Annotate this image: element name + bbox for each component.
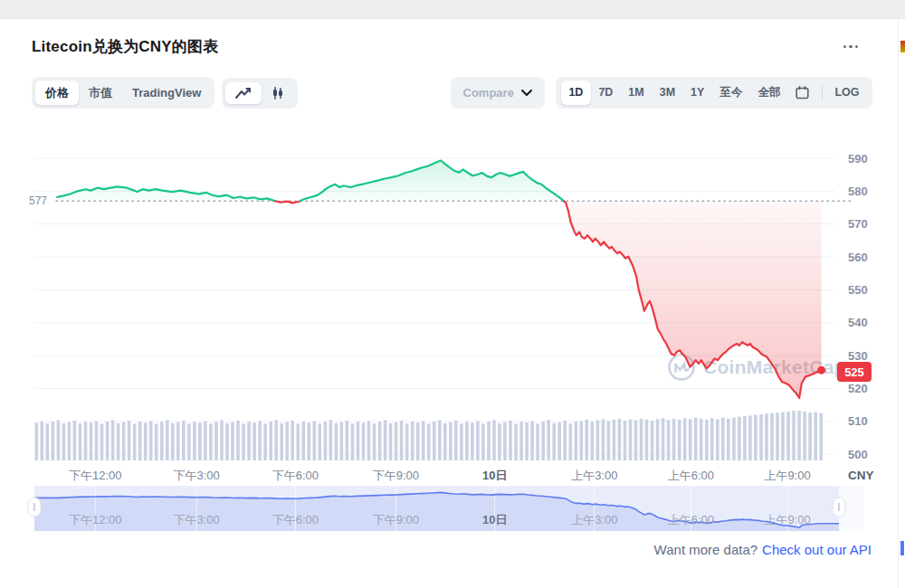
- navigator-area: [34, 492, 839, 531]
- calendar-button[interactable]: [788, 81, 817, 105]
- volume-bar: [519, 422, 523, 460]
- dot-icon: [855, 45, 859, 49]
- tab-tradingview[interactable]: TradingView: [122, 81, 211, 105]
- volume-bar: [433, 422, 436, 460]
- volume-bar: [351, 423, 355, 460]
- volume-bar: [291, 421, 294, 460]
- volume-bar: [62, 423, 66, 460]
- volume-bar: [629, 419, 633, 460]
- volume-bar: [106, 422, 110, 460]
- range-ytd[interactable]: 至今: [712, 81, 750, 105]
- volume-bar: [405, 423, 409, 460]
- volume-bar: [95, 422, 99, 461]
- volume-bar: [362, 422, 366, 460]
- log-scale-button[interactable]: LOG: [827, 81, 867, 105]
- volume-bar: [395, 422, 398, 460]
- volume-bar: [252, 422, 256, 460]
- volume-bar: [357, 422, 360, 460]
- line-chart-type-button[interactable]: [225, 82, 262, 104]
- volume-bar: [781, 413, 785, 460]
- y-tick-label: 520: [848, 382, 868, 395]
- navigator-right-handle[interactable]: [833, 498, 845, 517]
- volume-bar: [100, 423, 104, 460]
- volume-bar: [193, 422, 196, 460]
- volume-bar: [754, 414, 757, 460]
- range-3m[interactable]: 3M: [652, 81, 682, 105]
- x-tick-label: 下午9:00: [373, 469, 419, 482]
- volume-bar: [678, 420, 681, 460]
- volume-bar: [667, 420, 671, 460]
- range-selector: 1D 7D 1M 3M 1Y 至今 全部 LOG: [556, 77, 872, 109]
- candlestick-chart-type-button[interactable]: [262, 81, 294, 105]
- volume-bar: [117, 423, 120, 460]
- volume-bar: [716, 419, 719, 460]
- range-7d[interactable]: 7D: [591, 81, 621, 105]
- volume-bar: [389, 423, 393, 460]
- tab-price[interactable]: 价格: [35, 81, 79, 105]
- volume-bar: [487, 422, 491, 460]
- volume-bar: [57, 420, 61, 460]
- volume-bar: [759, 414, 763, 460]
- volume-bar: [155, 423, 158, 460]
- edge-fragment: [900, 41, 905, 52]
- range-1y[interactable]: 1Y: [683, 81, 712, 105]
- tab-market-cap[interactable]: 市值: [79, 81, 122, 105]
- volume-bar: [748, 416, 752, 461]
- volume-bar: [738, 417, 741, 460]
- volume-bar: [416, 422, 420, 460]
- area-fill-down: [275, 201, 300, 203]
- line-chart-icon: [234, 87, 252, 100]
- volume-bar: [269, 422, 272, 460]
- volume-bar: [79, 423, 82, 460]
- baseline-price-label: 577: [29, 194, 47, 207]
- volume-bar: [586, 420, 589, 460]
- volume-bar: [438, 420, 442, 460]
- api-link[interactable]: Check out our API: [762, 542, 872, 557]
- more-options-button[interactable]: [838, 40, 864, 54]
- volume-bar: [302, 422, 306, 460]
- volume-bar: [797, 411, 801, 460]
- volume-bar: [280, 423, 283, 460]
- volume-bar: [138, 422, 142, 460]
- volume-bar: [263, 423, 267, 460]
- volume-bar: [319, 423, 322, 460]
- volume-bar: [378, 422, 382, 460]
- volume-bar: [411, 422, 414, 460]
- volume-bars: [35, 411, 824, 460]
- volume-bar: [111, 420, 115, 460]
- volume-bar: [547, 420, 550, 460]
- volume-bar: [247, 422, 251, 460]
- volume-bar: [552, 423, 556, 460]
- navigator-line: [34, 492, 839, 527]
- volume-bar: [498, 423, 501, 460]
- y-tick-label: 530: [848, 349, 868, 363]
- navigator-track[interactable]: [34, 486, 864, 531]
- navigator-left-handle[interactable]: [28, 498, 41, 517]
- volume-bar: [803, 412, 806, 460]
- volume-bar: [525, 422, 529, 460]
- range-all[interactable]: 全部: [750, 81, 788, 105]
- range-1d[interactable]: 1D: [561, 81, 591, 105]
- range-1m[interactable]: 1M: [621, 81, 652, 105]
- metric-tabs: 价格 市值 TradingView: [32, 77, 214, 109]
- volume-bar: [443, 423, 447, 460]
- volume-bar: [634, 420, 638, 460]
- volume-bar: [340, 422, 344, 460]
- navigator-tick-label: 上午3:00: [571, 513, 617, 526]
- volume-bar: [460, 423, 463, 460]
- volume-bar: [743, 416, 747, 460]
- card-edge-divider: [898, 18, 899, 588]
- volume-bar: [672, 419, 676, 460]
- navigator-tick-label: 上午9:00: [764, 513, 810, 526]
- y-tick-label: 550: [848, 283, 868, 297]
- volume-bar: [710, 418, 714, 460]
- compare-button[interactable]: Compare: [451, 77, 545, 109]
- volume-bar: [514, 423, 518, 460]
- volume-bar: [133, 423, 137, 460]
- volume-bar: [765, 413, 768, 460]
- volume-bar: [689, 419, 692, 460]
- volume-bar: [171, 423, 175, 460]
- volume-bar: [651, 421, 654, 460]
- chart-card: Litecoin兑换为CNY的图表 价格 市值 TradingView: [0, 18, 898, 109]
- x-tick-label: 10日: [482, 469, 507, 482]
